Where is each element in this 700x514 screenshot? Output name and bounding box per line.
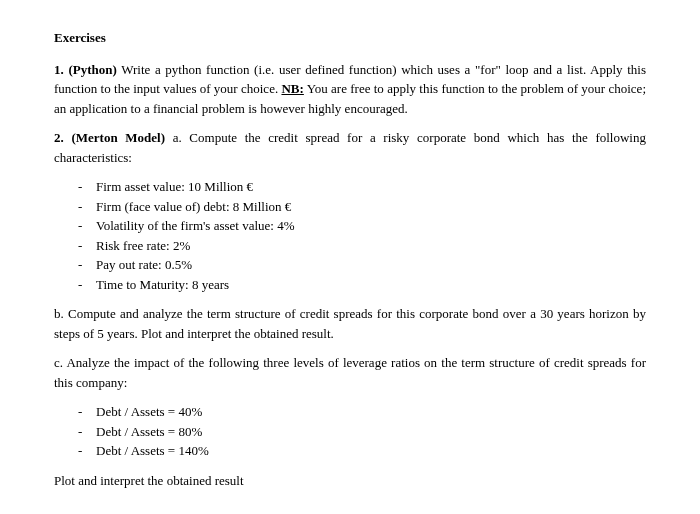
ratios-list: Debt / Assets = 40% Debt / Assets = 80% … (54, 402, 646, 461)
list-item: Firm (face value of) debt: 8 Million € (78, 197, 646, 217)
list-item: Time to Maturity: 8 years (78, 275, 646, 295)
ex2-part-b: b. Compute and analyze the term structur… (54, 304, 646, 343)
characteristics-list: Firm asset value: 10 Million € Firm (fac… (54, 177, 646, 294)
list-item: Debt / Assets = 40% (78, 402, 646, 422)
ex1-label: 1. (Python) (54, 62, 117, 77)
exercise-1: 1. (Python) Write a python function (i.e… (54, 60, 646, 119)
ex2-final: Plot and interpret the obtained result (54, 471, 646, 491)
ex2-part-c: c. Analyze the impact of the following t… (54, 353, 646, 392)
list-item: Pay out rate: 0.5% (78, 255, 646, 275)
ex1-nb: NB: (281, 81, 303, 96)
section-title: Exercises (54, 28, 646, 48)
list-item: Firm asset value: 10 Million € (78, 177, 646, 197)
list-item: Risk free rate: 2% (78, 236, 646, 256)
exercise-2-intro: 2. (Merton Model) a. Compute the credit … (54, 128, 646, 167)
list-item: Volatility of the firm's asset value: 4% (78, 216, 646, 236)
list-item: Debt / Assets = 80% (78, 422, 646, 442)
list-item: Debt / Assets = 140% (78, 441, 646, 461)
ex2-label: 2. (Merton Model) (54, 130, 165, 145)
